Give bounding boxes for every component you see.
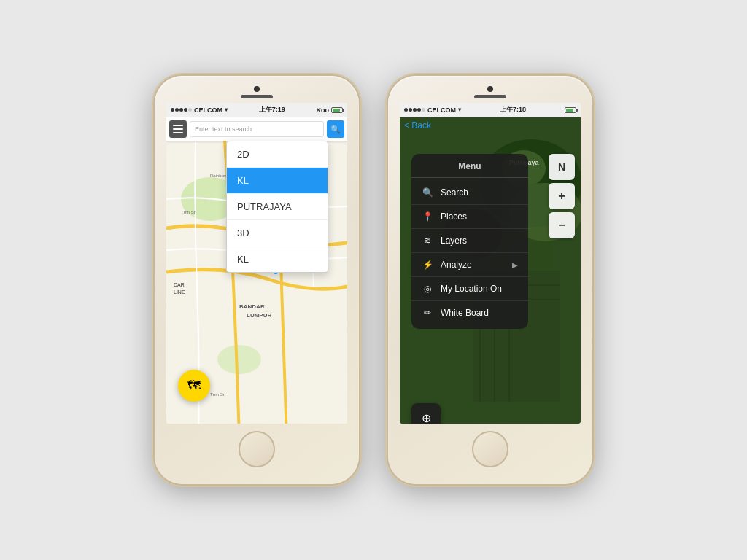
search-placeholder-1: Enter text to search xyxy=(195,125,252,133)
zoom-out-icon: − xyxy=(558,219,565,232)
phone-2: CELCOM ▾ 上午7:18 xyxy=(388,76,592,484)
signal-dot2-1 xyxy=(404,108,408,112)
phone-1-screen: CELCOM ▾ 上午7:19 Koo Enter te xyxy=(166,103,347,424)
zoom-out-button[interactable]: − xyxy=(549,212,575,238)
signal-dot-4 xyxy=(184,108,187,112)
map-icon: 🗺 xyxy=(187,378,201,394)
map-layers-dropdown[interactable]: 2D KL PUTRAJAYA 3D KL xyxy=(226,141,328,273)
carrier-label-2: CELCOM xyxy=(427,106,456,114)
dropdown-item-kl[interactable]: KL xyxy=(227,168,328,194)
dropdown-label-kl2: KL xyxy=(237,254,249,265)
signal-dot-2 xyxy=(175,108,179,112)
home-button-1[interactable] xyxy=(239,431,275,467)
menu-title: Menu xyxy=(411,158,528,178)
signal-dot2-5 xyxy=(422,108,425,112)
status-bar-2: CELCOM ▾ 上午7:18 xyxy=(400,103,581,117)
phone-1: CELCOM ▾ 上午7:19 Koo Enter te xyxy=(155,76,359,484)
places-menu-icon: 📍 xyxy=(422,211,433,222)
camera-icon-2 xyxy=(487,86,493,92)
signal-strength-2 xyxy=(404,108,425,112)
map-icon-button[interactable]: 🗺 xyxy=(178,370,210,402)
search-button-1[interactable]: 🔍 xyxy=(327,120,344,138)
menu-line-3 xyxy=(173,132,183,133)
layers-menu-label: Layers xyxy=(441,236,518,246)
hamburger-menu-button[interactable] xyxy=(169,120,187,138)
signal-strength xyxy=(171,108,192,112)
phone-2-screen: CELCOM ▾ 上午7:18 xyxy=(400,103,581,424)
battery-fill-1 xyxy=(333,109,340,112)
menu-item-layers[interactable]: ≋ Layers xyxy=(411,229,528,253)
dropdown-label-putrajaya: PUTRAJAYA xyxy=(237,201,292,212)
svg-text:Tmn Sri: Tmn Sri xyxy=(210,392,225,397)
wifi-icon-1: ▾ xyxy=(225,106,228,113)
status-right-1: Koo xyxy=(316,106,343,114)
dropdown-label-3d: 3D xyxy=(237,228,249,238)
zoom-in-icon: + xyxy=(558,190,565,203)
menu-item-whiteboard[interactable]: ✏ White Board xyxy=(411,301,528,324)
carrier-label-1: CELCOM xyxy=(194,106,222,114)
svg-text:Tmn Sri: Tmn Sri xyxy=(181,210,196,214)
gps-icon: ⊕ xyxy=(422,411,431,424)
speaker-icon-2 xyxy=(474,95,506,98)
status-right-2 xyxy=(565,107,576,113)
search-menu-icon: 🔍 xyxy=(422,187,433,198)
whiteboard-menu-label: White Board xyxy=(441,308,518,318)
back-button[interactable]: < Back xyxy=(404,120,431,131)
dropdown-item-putrajaya[interactable]: PUTRAJAYA xyxy=(227,194,328,220)
time-label-1: 上午7:19 xyxy=(259,105,285,114)
menu-panel: Menu 🔍 Search 📍 Places ≋ Layers ⚡ Analyz… xyxy=(411,154,528,329)
search-bar-1[interactable]: Enter text to search 🔍 xyxy=(166,117,347,141)
svg-text:LING: LING xyxy=(174,289,185,295)
compass-button[interactable]: N xyxy=(549,154,575,180)
search-menu-label: Search xyxy=(441,187,518,198)
signal-dot-5 xyxy=(188,108,192,112)
menu-item-location[interactable]: ◎ My Location On xyxy=(411,277,528,301)
svg-text:Rainbow: Rainbow xyxy=(210,174,228,178)
dropdown-item-2d[interactable]: 2D xyxy=(227,141,328,168)
svg-point-3 xyxy=(217,345,261,374)
menu-item-places[interactable]: 📍 Places xyxy=(411,205,528,229)
battery-2 xyxy=(565,107,576,113)
satellite-map: Putrajaya < Back Menu 🔍 Search 📍 Places xyxy=(400,117,581,424)
dropdown-label-2d: 2D xyxy=(237,149,249,160)
svg-text:BANDAR: BANDAR xyxy=(239,303,265,310)
location-menu-icon: ◎ xyxy=(422,283,433,295)
layers-menu-icon: ≋ xyxy=(422,235,433,246)
signal-dot2-3 xyxy=(413,108,417,112)
back-label: < Back xyxy=(404,120,431,131)
nav-buttons: N + − xyxy=(549,154,575,238)
places-menu-label: Places xyxy=(441,211,518,222)
svg-text:LUMPUR: LUMPUR xyxy=(247,312,271,319)
phone-2-top xyxy=(394,85,587,98)
menu-line-1 xyxy=(173,125,183,126)
menu-item-analyze[interactable]: ⚡ Analyze ▶ xyxy=(411,253,528,277)
map-background-1: Enter text to search 🔍 xyxy=(166,117,347,424)
svg-text:DAR: DAR xyxy=(174,282,185,287)
whiteboard-menu-icon: ✏ xyxy=(422,307,433,319)
extra-label-1: Koo xyxy=(316,106,329,114)
signal-dot-1 xyxy=(171,108,174,112)
battery-1 xyxy=(331,107,343,113)
time-label-2: 上午7:18 xyxy=(500,105,526,114)
analyze-menu-label: Analyze xyxy=(441,260,505,270)
menu-item-search[interactable]: 🔍 Search xyxy=(411,181,528,205)
analyze-arrow-icon: ▶ xyxy=(512,261,518,269)
search-input-1[interactable]: Enter text to search xyxy=(190,121,324,137)
compass-label: N xyxy=(558,161,565,173)
dropdown-item-kl2[interactable]: KL xyxy=(227,246,328,272)
home-button-2[interactable] xyxy=(472,431,508,467)
analyze-menu-icon: ⚡ xyxy=(422,259,433,271)
speaker-icon xyxy=(241,95,273,98)
menu-line-2 xyxy=(173,128,183,130)
camera-icon xyxy=(254,86,260,92)
status-left-1: CELCOM ▾ xyxy=(171,106,228,114)
wifi-icon-2: ▾ xyxy=(458,106,461,113)
status-left-2: CELCOM ▾ xyxy=(404,106,461,114)
location-menu-label: My Location On xyxy=(441,284,518,294)
gps-button[interactable]: ⊕ xyxy=(411,403,441,424)
zoom-in-button[interactable]: + xyxy=(549,183,575,209)
signal-dot-3 xyxy=(179,108,183,112)
dropdown-label-kl: KL xyxy=(237,175,249,186)
status-bar-1: CELCOM ▾ 上午7:19 Koo xyxy=(166,103,347,117)
dropdown-item-3d[interactable]: 3D xyxy=(227,220,328,246)
